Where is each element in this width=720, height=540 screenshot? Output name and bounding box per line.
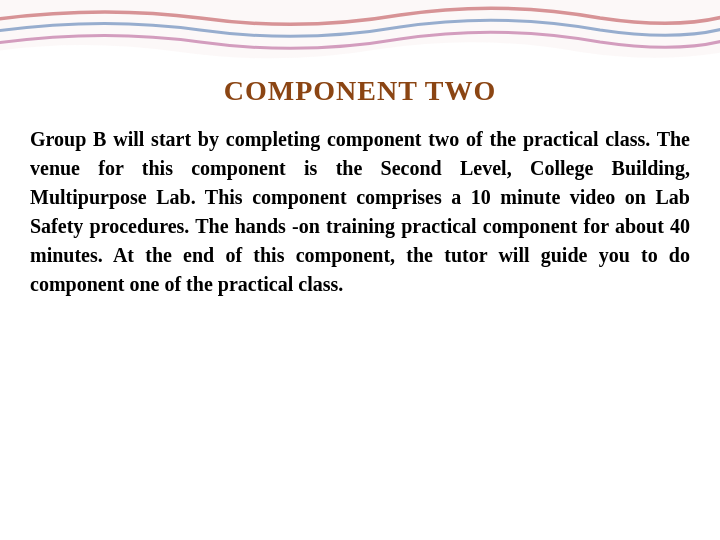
body-paragraph: Group B will start by completing compone… xyxy=(30,125,690,299)
page-title: COMPONENT TWO xyxy=(30,75,690,107)
main-content: COMPONENT TWO Group B will start by comp… xyxy=(0,0,720,319)
